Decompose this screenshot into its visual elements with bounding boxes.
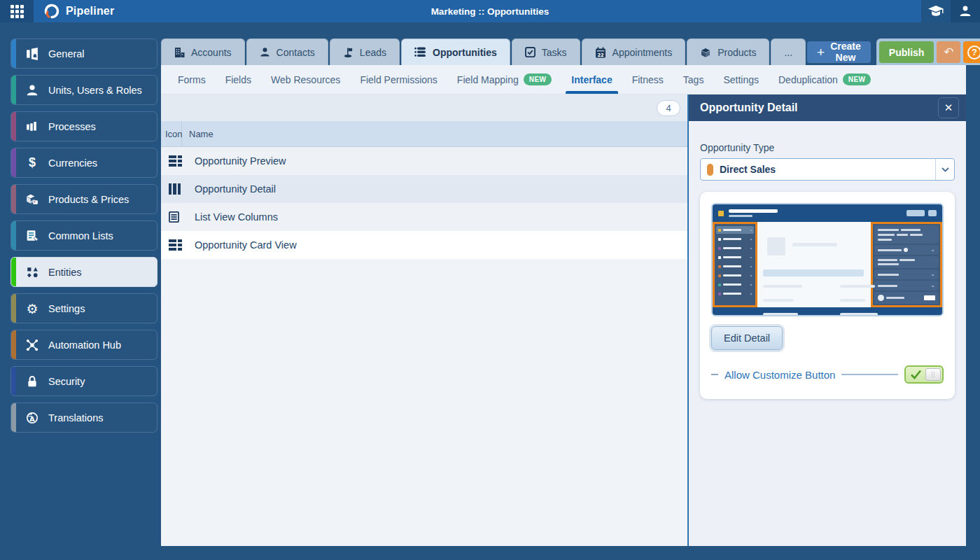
tab-opportunities[interactable]: Opportunities <box>401 38 510 65</box>
tab-contacts[interactable]: Contacts <box>246 38 328 65</box>
row-name: Opportunity Card View <box>182 239 297 251</box>
user-menu-button[interactable] <box>951 0 980 22</box>
page-background: General Units, Users & Roles Processes $… <box>0 22 980 560</box>
sidebar-item-processes[interactable]: Processes <box>10 111 158 141</box>
tab-label: Opportunities <box>433 47 497 58</box>
sidebar-item-security[interactable]: Security <box>10 366 158 396</box>
close-icon: ✕ <box>944 102 953 114</box>
interface-list: 4 Icon Name Opportunity Preview Op <box>161 94 687 546</box>
edit-detail-button[interactable]: Edit Detail <box>711 326 783 350</box>
mock-sidebar-highlighted <box>713 222 757 307</box>
help-button[interactable]: ? <box>963 41 980 63</box>
detail-panel-header: Opportunity Detail ✕ <box>689 94 966 121</box>
sidebar-item-entities[interactable]: Entities <box>10 257 158 287</box>
gift-box-icon <box>700 47 711 58</box>
tab-products[interactable]: Products <box>687 38 769 65</box>
accent-bar <box>11 185 16 214</box>
list-header: Icon Name <box>161 121 687 147</box>
accent-bar <box>11 221 16 250</box>
training-button[interactable] <box>921 0 951 22</box>
checkbox-icon <box>525 47 536 57</box>
tab-label: Leads <box>360 47 386 58</box>
subtab-deduplication[interactable]: DeduplicationNEW <box>769 65 881 94</box>
main-area: Accounts Contacts Leads Opportunities <box>161 38 966 546</box>
undo-button[interactable]: ↶ <box>937 41 960 63</box>
tab-more[interactable]: ... <box>771 38 806 65</box>
list-row-opportunity-detail[interactable]: Opportunity Detail <box>161 175 687 203</box>
sidebar-item-units-users-roles[interactable]: Units, Users & Roles <box>10 75 158 105</box>
subtab-settings[interactable]: Settings <box>713 65 769 94</box>
app-grid-button[interactable] <box>0 0 34 22</box>
subtab-fields[interactable]: Fields <box>216 65 261 94</box>
column-header-name[interactable]: Name <box>182 129 214 139</box>
opportunity-type-dropdown[interactable]: Direct Sales <box>700 158 955 181</box>
dash-decoration <box>711 374 718 375</box>
detail-preview-card: ⌄ ⌄ ⌄ Edit Detail Allow C <box>700 192 955 399</box>
accent-bar <box>11 39 16 68</box>
opportunity-type-value: Direct Sales <box>720 164 776 175</box>
allow-customize-label: Allow Customize Button <box>724 369 835 381</box>
sidebar-item-label: Processes <box>48 121 96 132</box>
pipeliner-logo[interactable]: Pipeliner <box>43 3 114 20</box>
accent-bar <box>11 294 16 323</box>
mock-detail-panel-highlighted: ⌄ ⌄ ⌄ <box>871 222 942 307</box>
close-button[interactable]: ✕ <box>938 97 959 118</box>
subtab-field-mapping[interactable]: Field MappingNEW <box>447 65 561 94</box>
sidebar-item-general[interactable]: General <box>10 38 158 69</box>
chevron-down-icon <box>935 159 954 180</box>
subtab-fitness[interactable]: Fitness <box>622 65 673 94</box>
grid-icon <box>10 5 24 18</box>
sidebar-item-label: Translations <box>48 412 103 424</box>
row-name: Opportunity Detail <box>182 183 276 195</box>
list-row-list-view-columns[interactable]: List View Columns <box>161 203 687 231</box>
tab-label: Accounts <box>191 47 232 58</box>
opportunity-type-label: Opportunity Type <box>700 142 955 153</box>
allow-customize-toggle[interactable] <box>904 365 944 384</box>
new-badge: NEW <box>524 74 552 85</box>
sidebar-item-translations[interactable]: A Translations <box>10 402 158 433</box>
help-icon: ? <box>967 46 980 59</box>
lock-icon <box>25 374 39 388</box>
tab-actions: + Create New Publish ↶ ? <box>807 38 980 65</box>
window-title: Marketing :: Opportunities <box>0 6 980 17</box>
pipeliner-logo-icon <box>43 3 60 20</box>
list-empty-area <box>161 259 687 546</box>
products-prices-icon <box>25 192 39 206</box>
sidebar-item-automation-hub[interactable]: Automation Hub <box>10 330 158 360</box>
create-new-button[interactable]: + Create New <box>807 41 871 63</box>
list-row-opportunity-card-view[interactable]: Opportunity Card View <box>161 231 687 259</box>
list-toolbar: 4 <box>161 94 687 121</box>
tab-tasks[interactable]: Tasks <box>512 38 580 65</box>
column-header-icon[interactable]: Icon <box>161 121 182 146</box>
sidebar-item-label: Entities <box>48 267 82 278</box>
allow-customize-row: Allow Customize Button <box>711 365 944 384</box>
tab-leads[interactable]: Leads <box>330 38 400 65</box>
publish-button[interactable]: Publish <box>879 41 934 63</box>
sidebar-item-products-prices[interactable]: Products & Prices <box>10 184 158 214</box>
sidebar-item-currencies[interactable]: $ Currencies <box>10 148 158 178</box>
table-rows-icon <box>161 239 182 251</box>
panel-title: Opportunity Detail <box>700 102 798 114</box>
tab-accounts[interactable]: Accounts <box>161 38 245 65</box>
subtab-tags[interactable]: Tags <box>673 65 714 94</box>
subtab-forms[interactable]: Forms <box>168 65 216 94</box>
subtab-interface[interactable]: Interface <box>561 65 622 94</box>
undo-icon: ↶ <box>944 46 953 59</box>
accent-bar <box>11 76 16 104</box>
sidebar-item-common-lists[interactable]: Common Lists <box>10 220 158 251</box>
type-color-capsule-icon <box>707 164 713 176</box>
subtab-field-permissions[interactable]: Field Permissions <box>350 65 447 94</box>
accent-bar <box>11 112 16 141</box>
mock-content <box>757 222 871 307</box>
entity-tab-bar: Accounts Contacts Leads Opportunities <box>161 38 966 65</box>
sidebar-item-settings[interactable]: ⚙ Settings <box>10 293 158 323</box>
sidebar-item-label: Units, Users & Roles <box>48 85 142 96</box>
list-row-opportunity-preview[interactable]: Opportunity Preview <box>161 147 687 175</box>
subtab-web-resources[interactable]: Web Resources <box>261 65 350 94</box>
detail-panel: Opportunity Detail ✕ Opportunity Type Di… <box>689 94 966 546</box>
tab-appointments[interactable]: 22 Appointments <box>582 38 686 65</box>
processes-icon <box>25 120 39 134</box>
accent-bar <box>11 258 16 286</box>
pipeline-icon <box>414 47 426 57</box>
sidebar-item-label: Common Lists <box>48 230 113 241</box>
